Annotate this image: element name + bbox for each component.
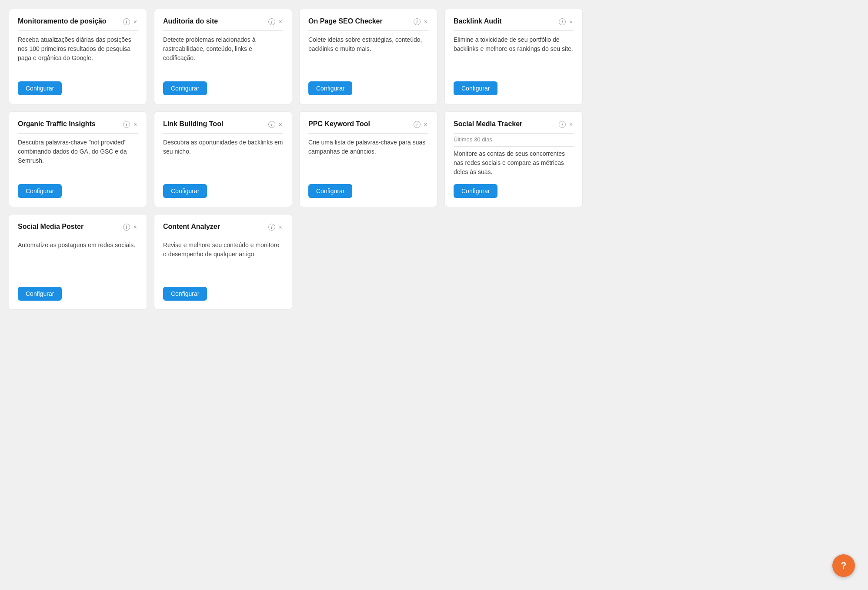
card-icons-content-analyzer: i×: [268, 223, 283, 231]
card-header-onpage: On Page SEO Checkeri×: [308, 17, 428, 31]
card-description-monitoramento: Receba atualizações diárias das posições…: [18, 35, 138, 74]
close-icon-link-building[interactable]: ×: [278, 121, 283, 128]
info-icon-backlink-audit[interactable]: i: [559, 18, 566, 25]
card-monitoramento: Monitoramento de posiçãoi×Receba atualiz…: [9, 9, 147, 104]
close-icon-backlink-audit[interactable]: ×: [568, 18, 574, 26]
close-icon-onpage[interactable]: ×: [423, 18, 428, 26]
card-description-ppc-keyword: Crie uma lista de palavras-chave para su…: [308, 138, 428, 177]
help-fab-label: ?: [841, 560, 846, 571]
card-icons-link-building: i×: [268, 121, 283, 128]
card-description-onpage: Colete ideias sobre estratégias, conteúd…: [308, 35, 428, 74]
card-title-ppc-keyword: PPC Keyword Tool: [308, 120, 414, 129]
card-description-organic-traffic: Descubra palavras-chave "not provided" c…: [18, 138, 138, 177]
info-icon-onpage[interactable]: i: [414, 18, 421, 25]
configure-button-ppc-keyword[interactable]: Configurar: [308, 184, 352, 198]
card-header-ppc-keyword: PPC Keyword Tooli×: [308, 120, 428, 134]
card-description-social-media-poster: Automatize as postagens em redes sociais…: [18, 241, 138, 280]
info-icon-monitoramento[interactable]: i: [123, 18, 130, 25]
card-header-social-media-tracker: Social Media Trackeri×: [454, 120, 574, 134]
card-icons-auditoria: i×: [268, 18, 283, 26]
close-icon-auditoria[interactable]: ×: [278, 18, 283, 26]
card-header-organic-traffic: Organic Traffic Insightsi×: [18, 120, 138, 134]
configure-button-monitoramento[interactable]: Configurar: [18, 81, 62, 95]
card-description-backlink-audit: Elimine a toxicidade de seu portfólio de…: [454, 35, 574, 74]
card-title-onpage: On Page SEO Checker: [308, 17, 414, 26]
close-icon-monitoramento[interactable]: ×: [133, 18, 138, 26]
cards-grid: Monitoramento de posiçãoi×Receba atualiz…: [9, 9, 583, 310]
card-title-monitoramento: Monitoramento de posição: [18, 17, 123, 26]
card-icons-monitoramento: i×: [123, 18, 138, 26]
card-title-content-analyzer: Content Analyzer: [163, 222, 268, 231]
configure-button-auditoria[interactable]: Configurar: [163, 81, 207, 95]
configure-button-content-analyzer[interactable]: Configurar: [163, 287, 207, 301]
card-header-monitoramento: Monitoramento de posiçãoi×: [18, 17, 138, 31]
info-icon-social-media-tracker[interactable]: i: [559, 121, 566, 128]
close-icon-social-media-poster[interactable]: ×: [133, 223, 138, 231]
card-auditoria: Auditoria do sitei×Detecte problemas rel…: [154, 9, 292, 104]
info-icon-social-media-poster[interactable]: i: [123, 224, 130, 231]
card-icons-social-media-tracker: i×: [559, 121, 574, 128]
card-title-organic-traffic: Organic Traffic Insights: [18, 120, 123, 129]
card-onpage: On Page SEO Checkeri×Colete ideias sobre…: [299, 9, 437, 104]
card-icons-social-media-poster: i×: [123, 223, 138, 231]
close-icon-content-analyzer[interactable]: ×: [278, 223, 283, 231]
card-description-auditoria: Detecte problemas relacionados à rastrea…: [163, 35, 283, 74]
card-title-link-building: Link Building Tool: [163, 120, 268, 129]
card-header-social-media-poster: Social Media Posteri×: [18, 222, 138, 236]
configure-button-social-media-poster[interactable]: Configurar: [18, 287, 62, 301]
card-header-backlink-audit: Backlink Auditi×: [454, 17, 574, 31]
configure-button-social-media-tracker[interactable]: Configurar: [454, 184, 497, 198]
card-icons-onpage: i×: [414, 18, 428, 26]
close-icon-social-media-tracker[interactable]: ×: [568, 121, 574, 128]
card-description-social-media-tracker: Monitore as contas de seus concorrentes …: [454, 149, 574, 177]
card-title-backlink-audit: Backlink Audit: [454, 17, 559, 26]
info-icon-auditoria[interactable]: i: [268, 18, 275, 25]
configure-button-onpage[interactable]: Configurar: [308, 81, 352, 95]
card-icons-backlink-audit: i×: [559, 18, 574, 26]
card-title-social-media-poster: Social Media Poster: [18, 222, 123, 231]
card-content-analyzer: Content Analyzeri×Revise e melhore seu c…: [154, 214, 292, 310]
card-header-auditoria: Auditoria do sitei×: [163, 17, 283, 31]
card-icons-ppc-keyword: i×: [414, 121, 428, 128]
card-header-content-analyzer: Content Analyzeri×: [163, 222, 283, 236]
card-description-link-building: Descubra as oportunidades de backlinks e…: [163, 138, 283, 177]
info-icon-organic-traffic[interactable]: i: [123, 121, 130, 128]
card-title-auditoria: Auditoria do site: [163, 17, 268, 26]
card-social-media-tracker: Social Media Trackeri×Últimos 30 diasMon…: [444, 111, 583, 207]
card-social-media-poster: Social Media Posteri×Automatize as posta…: [9, 214, 147, 310]
configure-button-organic-traffic[interactable]: Configurar: [18, 184, 62, 198]
configure-button-link-building[interactable]: Configurar: [163, 184, 207, 198]
card-organic-traffic: Organic Traffic Insightsi×Descubra palav…: [9, 111, 147, 207]
card-link-building: Link Building Tooli×Descubra as oportuni…: [154, 111, 292, 207]
card-subtitle-social-media-tracker: Últimos 30 dias: [454, 136, 574, 147]
card-title-social-media-tracker: Social Media Tracker: [454, 120, 559, 129]
close-icon-organic-traffic[interactable]: ×: [133, 121, 138, 128]
close-icon-ppc-keyword[interactable]: ×: [423, 121, 428, 128]
configure-button-backlink-audit[interactable]: Configurar: [454, 81, 497, 95]
card-description-content-analyzer: Revise e melhore seu conteúdo e monitore…: [163, 241, 283, 280]
card-icons-organic-traffic: i×: [123, 121, 138, 128]
info-icon-ppc-keyword[interactable]: i: [414, 121, 421, 128]
help-fab[interactable]: ?: [832, 554, 855, 577]
info-icon-content-analyzer[interactable]: i: [268, 224, 275, 231]
card-header-link-building: Link Building Tooli×: [163, 120, 283, 134]
info-icon-link-building[interactable]: i: [268, 121, 275, 128]
card-ppc-keyword: PPC Keyword Tooli×Crie uma lista de pala…: [299, 111, 437, 207]
card-backlink-audit: Backlink Auditi×Elimine a toxicidade de …: [444, 9, 583, 104]
